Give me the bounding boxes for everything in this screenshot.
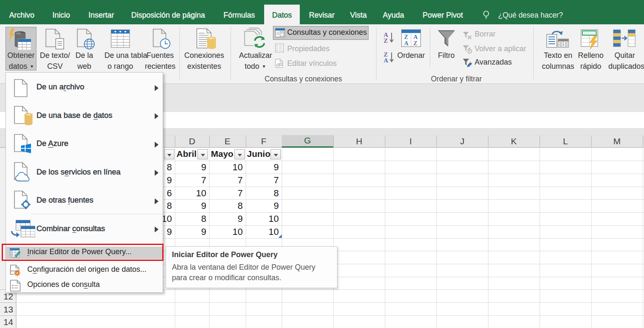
svg-text:Z: Z	[404, 34, 408, 40]
svg-text:A: A	[404, 40, 409, 47]
svg-text:A: A	[413, 34, 418, 40]
svg-text:Z: Z	[413, 40, 417, 47]
